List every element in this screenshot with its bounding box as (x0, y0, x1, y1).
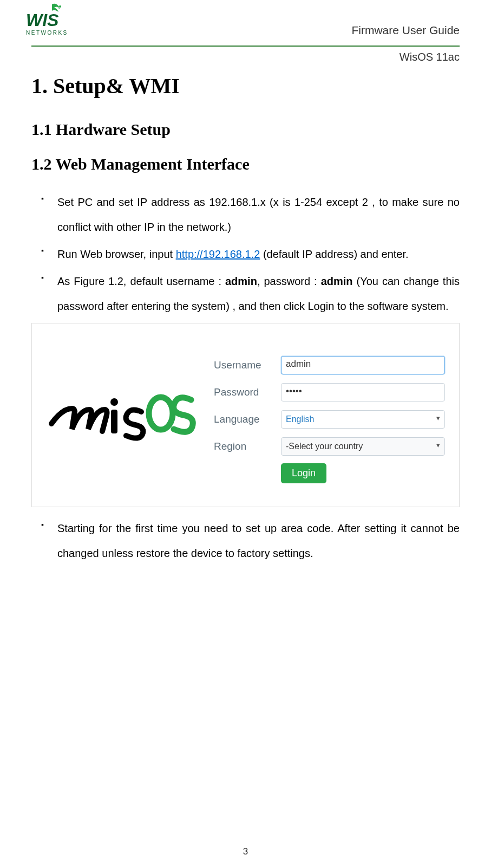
login-button[interactable]: Login (281, 463, 326, 483)
svg-point-0 (59, 5, 61, 8)
heading-1-2: 1.2 Web Management Interface (31, 155, 460, 173)
heading-1: 1. Setup& WMI (31, 73, 460, 99)
region-select[interactable]: -Select your country (281, 437, 445, 456)
language-label: Language (214, 413, 273, 425)
page-header: WIS NETWORKS Firmware User Guide (31, 7, 460, 44)
svg-point-5 (149, 397, 173, 430)
text: , password : (257, 275, 321, 287)
default-password: admin (321, 275, 353, 287)
svg-text:WIS: WIS (26, 10, 59, 30)
text: (default IP address) and enter. (260, 248, 408, 260)
text: Run Web browser, input (57, 248, 176, 260)
header-subtitle: WisOS 11ac (31, 51, 460, 63)
username-label: Username (214, 359, 273, 371)
wisnetworks-logo: WIS NETWORKS (26, 3, 75, 43)
svg-rect-3 (111, 410, 117, 433)
login-figure: Username admin Password ••••• Language E… (31, 323, 460, 507)
password-label: Password (214, 386, 273, 398)
wisos-logo (46, 384, 198, 451)
header-title: Firmware User Guide (351, 24, 460, 37)
username-input[interactable]: admin (281, 356, 445, 374)
heading-1-1: 1.1 Hardware Setup (31, 120, 460, 139)
language-value: English (286, 414, 314, 424)
list-item: Run Web browser, input http://192.168.1.… (57, 242, 460, 267)
page-number: 3 (0, 846, 491, 857)
instruction-list-2: Starting for the first time you need to … (31, 516, 460, 566)
header-divider (31, 46, 460, 47)
language-select[interactable]: English (281, 410, 445, 429)
list-item: As Figure 1.2, default username : admin,… (57, 269, 460, 319)
list-item: Starting for the first time you need to … (57, 516, 460, 566)
default-username: admin (225, 275, 257, 287)
password-input[interactable]: ••••• (281, 383, 445, 401)
text: As Figure 1.2, default username : (57, 275, 225, 287)
region-label: Region (214, 441, 273, 452)
region-value: -Select your country (286, 442, 363, 451)
instruction-list: Set PC and set IP address as 192.168.1.x… (31, 190, 460, 319)
svg-point-4 (110, 398, 118, 406)
list-item: Set PC and set IP address as 192.168.1.x… (57, 190, 460, 239)
svg-text:NETWORKS: NETWORKS (26, 30, 68, 36)
login-form: Username admin Password ••••• Language E… (214, 352, 445, 483)
default-ip-link[interactable]: http://192.168.1.2 (176, 248, 260, 260)
